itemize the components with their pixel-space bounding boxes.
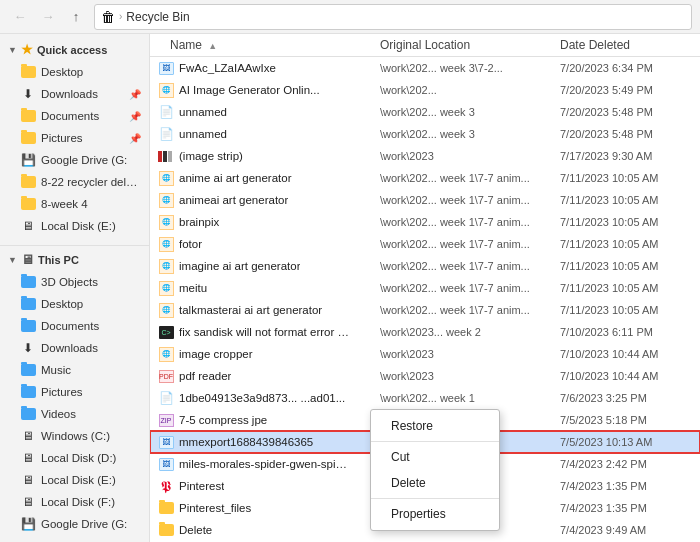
- file-date-cell: 7/4/2023 1:35 PM: [560, 502, 700, 514]
- file-name: Delete: [179, 524, 212, 536]
- download-icon: ⬇: [20, 340, 36, 356]
- sidebar-item-videos[interactable]: Videos: [0, 403, 149, 425]
- sidebar-divider: [0, 245, 149, 246]
- sidebar-item-desktop-pc[interactable]: Desktop: [0, 293, 149, 315]
- drive-icon: 🖥: [20, 218, 36, 234]
- sidebar-item-desktop[interactable]: Desktop: [0, 61, 149, 83]
- sidebar-item-label: Downloads: [41, 88, 98, 100]
- sidebar-item-label: Pictures: [41, 132, 83, 144]
- file-name-cell: 🌐 brainpix: [150, 214, 380, 230]
- table-row[interactable]: 🌐 anime ai art generator \work\202... we…: [150, 167, 700, 189]
- file-name-cell: C> fix sandisk will not format error cmd: [150, 324, 380, 340]
- file-date-cell: 7/11/2023 10:05 AM: [560, 282, 700, 294]
- file-name: meitu: [179, 282, 207, 294]
- table-row[interactable]: 🌐 talkmasterai ai art generator \work\20…: [150, 299, 700, 321]
- context-menu-item-properties[interactable]: Properties: [371, 501, 499, 527]
- file-name: mmexport1688439846365: [179, 436, 313, 448]
- col-name-header[interactable]: Name ▲: [150, 38, 380, 52]
- table-row[interactable]: (image strip) \work\2023 7/17/2023 9:30 …: [150, 145, 700, 167]
- file-type-icon: 🌐: [158, 302, 174, 318]
- sidebar-item-google-drive-g2[interactable]: 💾 Google Drive (G:: [0, 513, 149, 535]
- file-location-cell: \work\2023: [380, 150, 560, 162]
- context-menu-item-delete[interactable]: Delete: [371, 470, 499, 496]
- table-row[interactable]: 🌐 AI Image Generator Onlin... \work\202.…: [150, 79, 700, 101]
- file-type-icon: 🖼: [158, 456, 174, 472]
- file-date-cell: 7/11/2023 10:05 AM: [560, 260, 700, 272]
- sidebar-item-week4[interactable]: 8-week 4: [0, 193, 149, 215]
- this-pc-header[interactable]: ▼ 🖥 This PC: [0, 248, 149, 271]
- file-type-icon: 🌐: [158, 258, 174, 274]
- sidebar-item-local-e2[interactable]: 🖥 Local Disk (E:): [0, 469, 149, 491]
- forward-button[interactable]: →: [36, 5, 60, 29]
- table-row[interactable]: 📄 unnamed \work\202... week 3 7/20/2023 …: [150, 123, 700, 145]
- table-row[interactable]: 🌐 meitu \work\202... week 1\7-7 anim... …: [150, 277, 700, 299]
- sidebar-item-label: Local Disk (D:): [41, 452, 116, 464]
- sidebar-item-documents-pc[interactable]: Documents: [0, 315, 149, 337]
- sidebar-item-pictures[interactable]: Pictures 📌: [0, 127, 149, 149]
- sidebar-item-label: 3D Objects: [41, 276, 98, 288]
- file-name-cell: (image strip): [150, 148, 380, 164]
- file-name-cell: 🖼 FwAc_LZaIAAwIxe: [150, 60, 380, 76]
- file-type-icon: 🖼: [158, 434, 174, 450]
- folder-icon: [20, 174, 36, 190]
- sidebar-item-windows-c[interactable]: 🖥 Windows (C:): [0, 425, 149, 447]
- file-location-cell: \work\202... week 1\7-7 anim...: [380, 216, 560, 228]
- quick-access-header[interactable]: ▼ ★ Quick access: [0, 38, 149, 61]
- file-date-cell: 7/4/2023 1:35 PM: [560, 480, 700, 492]
- sidebar-item-local-d[interactable]: 🖥 Local Disk (D:): [0, 447, 149, 469]
- html-icon: 🌐: [159, 259, 174, 274]
- table-row[interactable]: 📄 1dbe04913e3a9d873... ...ad01... \work\…: [150, 387, 700, 409]
- sidebar-item-music[interactable]: Music: [0, 359, 149, 381]
- html-icon: 🌐: [159, 347, 174, 362]
- file-type-icon: 🌐: [158, 192, 174, 208]
- sidebar-item-label: 8-week 4: [41, 198, 88, 210]
- table-row[interactable]: 🌐 fotor \work\202... week 1\7-7 anim... …: [150, 233, 700, 255]
- sidebar-item-downloads[interactable]: ⬇ Downloads 📌: [0, 83, 149, 105]
- file-type-icon: 🌐: [158, 346, 174, 362]
- image-icon: 🖼: [159, 436, 174, 449]
- sidebar-item-documents[interactable]: Documents 📌: [0, 105, 149, 127]
- file-date-cell: 7/11/2023 10:05 AM: [560, 304, 700, 316]
- file-name-cell: 📄 unnamed: [150, 126, 380, 142]
- table-row[interactable]: 🌐 image cropper \work\2023 7/10/2023 10:…: [150, 343, 700, 365]
- folder-icon: [20, 130, 36, 146]
- file-type-icon: 🖼: [158, 60, 174, 76]
- pc-icon: 🖥: [21, 252, 34, 267]
- context-menu-item-cut[interactable]: Cut: [371, 444, 499, 470]
- file-name-cell: PDF pdf reader: [150, 368, 380, 384]
- file-type-icon: [158, 522, 174, 538]
- file-name-cell: 📄 1dbe04913e3a9d873... ...ad01...: [150, 390, 380, 406]
- table-row[interactable]: C> fix sandisk will not format error cmd…: [150, 321, 700, 343]
- file-type-icon: [158, 148, 174, 164]
- sidebar-item-pictures-pc[interactable]: Pictures: [0, 381, 149, 403]
- table-row[interactable]: PDF pdf reader \work\2023 7/10/2023 10:4…: [150, 365, 700, 387]
- folder-icon: [20, 108, 36, 124]
- pin-icon: 📌: [129, 133, 141, 144]
- col-date-header[interactable]: Date Deleted: [560, 38, 700, 52]
- this-pc-label: This PC: [38, 254, 79, 266]
- sidebar-item-local-e[interactable]: 🖥 Local Disk (E:): [0, 215, 149, 237]
- drive-icon: 🖥: [20, 494, 36, 510]
- file-date-cell: 7/10/2023 10:44 AM: [560, 370, 700, 382]
- sidebar-item-3dobjects[interactable]: 3D Objects: [0, 271, 149, 293]
- back-button[interactable]: ←: [8, 5, 32, 29]
- sidebar-item-recycle-deleted[interactable]: 8-22 recycler delete: [0, 171, 149, 193]
- sidebar-item-downloads-pc[interactable]: ⬇ Downloads: [0, 337, 149, 359]
- sidebar-item-local-f[interactable]: 🖥 Local Disk (F:): [0, 491, 149, 513]
- context-menu-item-restore[interactable]: Restore: [371, 413, 499, 439]
- file-name: Pinterest: [179, 480, 224, 492]
- cmd-icon: C>: [159, 326, 174, 339]
- file-type-icon: 🌐: [158, 170, 174, 186]
- sidebar-item-google-drive[interactable]: 💾 Google Drive (G:: [0, 149, 149, 171]
- breadcrumb[interactable]: 🗑 › Recycle Bin: [94, 4, 692, 30]
- table-row[interactable]: 🖼 FwAc_LZaIAAwIxe \work\202... week 3\7-…: [150, 57, 700, 79]
- up-button[interactable]: ↑: [64, 5, 88, 29]
- table-row[interactable]: 🌐 animeai art generator \work\202... wee…: [150, 189, 700, 211]
- col-location-header[interactable]: Original Location: [380, 38, 560, 52]
- star-icon: ★: [21, 42, 33, 57]
- table-row[interactable]: 📄 unnamed \work\202... week 3 7/20/2023 …: [150, 101, 700, 123]
- table-row[interactable]: 🌐 brainpix \work\202... week 1\7-7 anim.…: [150, 211, 700, 233]
- file-date-cell: 7/11/2023 10:05 AM: [560, 194, 700, 206]
- file-name: pdf reader: [179, 370, 231, 382]
- table-row[interactable]: 🌐 imagine ai art generator \work\202... …: [150, 255, 700, 277]
